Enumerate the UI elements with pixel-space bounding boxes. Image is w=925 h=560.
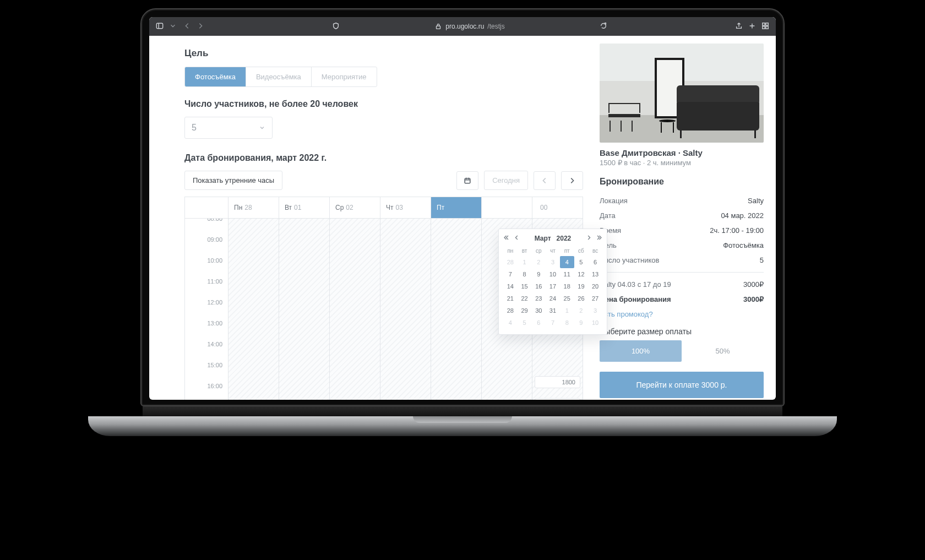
purpose-tabs: ФотосъёмкаВидеосъёмкаМероприятие xyxy=(184,67,377,87)
location-price: 1500 ₽ в час · 2 ч. минимум xyxy=(600,159,764,167)
sidebar-toggle-icon[interactable] xyxy=(156,22,164,31)
purpose-tab[interactable]: Мероприятие xyxy=(311,67,377,86)
date-cell[interactable]: 7 xyxy=(503,268,518,280)
next-month-icon[interactable] xyxy=(586,235,592,242)
participants-select[interactable]: 5 xyxy=(184,117,273,139)
date-cell[interactable]: 6 xyxy=(531,317,546,329)
date-cell[interactable]: 25 xyxy=(560,292,574,305)
date-cell[interactable]: 9 xyxy=(574,317,589,329)
date-cell[interactable]: 18 xyxy=(560,280,574,292)
back-icon[interactable] xyxy=(183,22,191,31)
purpose-tab[interactable]: Видеосъёмка xyxy=(246,67,311,86)
month-picker: Март 2022 пнвтсрчтптсбвс 281234567891011… xyxy=(498,229,607,335)
chevron-down-icon xyxy=(259,124,265,131)
date-cell[interactable]: 4 xyxy=(503,317,518,329)
svg-rect-5 xyxy=(763,23,765,25)
purpose-tab[interactable]: Фотосъёмка xyxy=(185,67,246,86)
date-cell[interactable]: 6 xyxy=(588,256,602,268)
address-bar[interactable]: pro.ugoloc.ru/testjs xyxy=(346,23,593,30)
schedule-column[interactable] xyxy=(431,219,481,400)
schedule-column[interactable] xyxy=(380,219,431,400)
reload-icon[interactable] xyxy=(600,22,607,31)
prev-year-icon[interactable] xyxy=(503,235,509,242)
date-cell[interactable]: 14 xyxy=(503,280,518,292)
date-cell[interactable]: 23 xyxy=(531,292,546,305)
next-year-icon[interactable] xyxy=(596,235,602,242)
hour-label: 14:00 xyxy=(185,341,228,362)
date-cell[interactable]: 15 xyxy=(518,280,532,292)
day-header[interactable]: Ср02 xyxy=(329,197,380,218)
date-cell[interactable]: 2 xyxy=(574,305,589,317)
payment-option[interactable]: 50% xyxy=(682,340,764,362)
today-button[interactable]: Сегодня xyxy=(484,171,528,190)
date-cell[interactable]: 28 xyxy=(503,256,518,268)
date-cell[interactable]: 29 xyxy=(518,305,532,317)
date-cell[interactable]: 8 xyxy=(560,317,574,329)
url-host: pro.ugoloc.ru xyxy=(445,23,484,30)
date-cell[interactable]: 4 xyxy=(560,256,574,268)
day-header[interactable]: 00 xyxy=(532,197,583,218)
tabs-grid-icon[interactable] xyxy=(761,22,769,31)
main-column: Цель ФотосъёмкаВидеосъёмкаМероприятие Чи… xyxy=(149,36,600,400)
payment-option[interactable]: 100% xyxy=(600,340,682,362)
date-cell[interactable]: 12 xyxy=(574,268,589,280)
promo-link[interactable]: Есть промокод? xyxy=(600,307,764,322)
prev-month-icon[interactable] xyxy=(514,235,520,242)
date-cell[interactable]: 27 xyxy=(588,292,602,305)
date-cell[interactable]: 13 xyxy=(588,268,602,280)
pay-button[interactable]: Перейти к оплате 3000 р. xyxy=(600,372,764,398)
schedule-column[interactable] xyxy=(279,219,329,400)
date-picker-button[interactable] xyxy=(456,171,478,190)
date-cell[interactable]: 8 xyxy=(518,268,532,280)
share-icon[interactable] xyxy=(735,22,743,31)
schedule-column[interactable] xyxy=(329,219,380,400)
date-cell[interactable]: 22 xyxy=(518,292,532,305)
date-cell[interactable]: 30 xyxy=(531,305,546,317)
date-cell[interactable]: 21 xyxy=(503,292,518,305)
day-header[interactable]: Вт01 xyxy=(279,197,329,218)
schedule-header: Пн28Вт01Ср02Чт03Пт00 xyxy=(185,197,583,219)
participants-heading: Число участников, не более 20 человек xyxy=(184,99,583,109)
screen-frame: pro.ugoloc.ru/testjs Цель ФотосъёмкаВиде… xyxy=(140,8,785,406)
date-cell[interactable]: 10 xyxy=(588,317,602,329)
date-cell[interactable]: 20 xyxy=(588,280,602,292)
date-cell[interactable]: 17 xyxy=(546,280,560,292)
new-tab-icon[interactable] xyxy=(748,22,756,31)
date-cell[interactable]: 3 xyxy=(588,305,602,317)
svg-rect-2 xyxy=(437,26,440,29)
date-cell[interactable]: 3 xyxy=(546,256,560,268)
date-cell[interactable]: 28 xyxy=(503,305,518,317)
day-header[interactable]: Пн28 xyxy=(228,197,279,218)
date-cell[interactable]: 2 xyxy=(531,256,546,268)
day-header[interactable]: Чт03 xyxy=(380,197,431,218)
picker-month: Март xyxy=(535,235,551,242)
next-week-button[interactable] xyxy=(561,171,583,190)
date-cell[interactable]: 7 xyxy=(546,317,560,329)
day-header[interactable] xyxy=(481,197,532,218)
date-cell[interactable]: 5 xyxy=(574,256,589,268)
date-cell[interactable]: 1 xyxy=(518,256,532,268)
date-cell[interactable]: 19 xyxy=(574,280,589,292)
calendar-icon xyxy=(464,177,471,184)
date-cell[interactable]: 31 xyxy=(546,305,560,317)
forward-icon[interactable] xyxy=(197,22,204,31)
prev-week-button[interactable] xyxy=(534,171,556,190)
date-cell[interactable]: 16 xyxy=(531,280,546,292)
show-morning-button[interactable]: Показать утренние часы xyxy=(184,171,282,190)
date-cell[interactable]: 24 xyxy=(546,292,560,305)
chevron-down-icon[interactable] xyxy=(169,22,177,31)
browser-toolbar: pro.ugoloc.ru/testjs xyxy=(149,17,776,36)
date-cell[interactable]: 1 xyxy=(560,305,574,317)
date-cell[interactable]: 9 xyxy=(531,268,546,280)
price-slot[interactable]: 1800 xyxy=(535,398,580,400)
date-cell[interactable]: 10 xyxy=(546,268,560,280)
shield-icon[interactable] xyxy=(332,22,340,31)
browser-window: pro.ugoloc.ru/testjs Цель ФотосъёмкаВиде… xyxy=(149,17,776,400)
schedule-column[interactable] xyxy=(228,219,279,400)
date-cell[interactable]: 11 xyxy=(560,268,574,280)
price-slot[interactable]: 1800 xyxy=(535,376,580,388)
chevron-right-icon xyxy=(568,177,576,184)
date-cell[interactable]: 26 xyxy=(574,292,589,305)
day-header[interactable]: Пт xyxy=(431,197,481,218)
date-cell[interactable]: 5 xyxy=(518,317,532,329)
